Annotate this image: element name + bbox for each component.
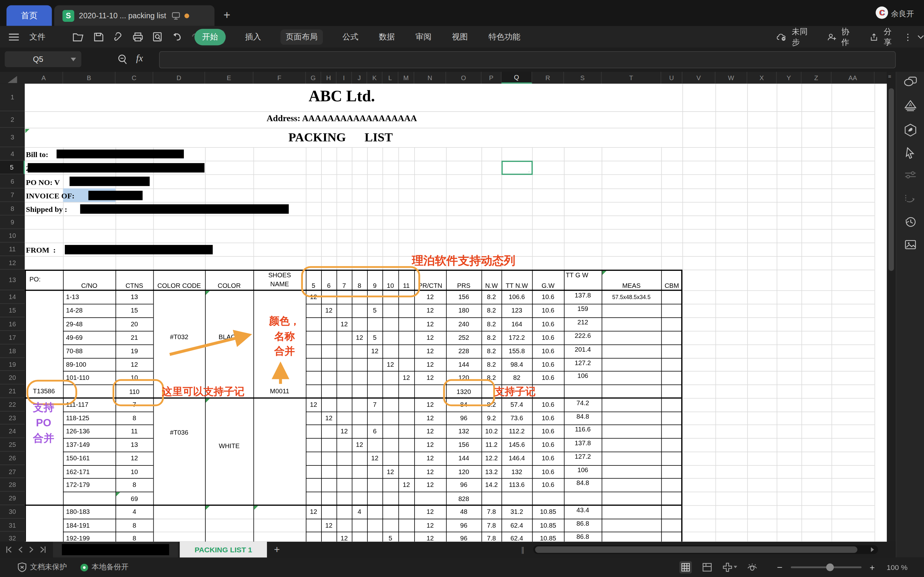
cell-S24[interactable]: 116.6 bbox=[564, 426, 602, 433]
column-header-Q[interactable]: Q bbox=[501, 72, 532, 84]
sync-status[interactable]: 未同步 bbox=[790, 24, 813, 50]
cell-O29[interactable]: 828 bbox=[446, 495, 481, 502]
cell-R30[interactable]: 10.85 bbox=[532, 508, 564, 515]
row-header-22[interactable]: 22 bbox=[0, 398, 25, 412]
format-painter-icon[interactable] bbox=[113, 32, 123, 42]
column-header-H[interactable]: H bbox=[321, 72, 336, 84]
cell-O18[interactable]: 228 bbox=[446, 348, 481, 355]
column-header-X[interactable]: X bbox=[747, 72, 777, 84]
image-icon[interactable] bbox=[905, 240, 916, 250]
cell-P19[interactable]: 8.2 bbox=[481, 361, 501, 368]
add-sheet-button[interactable]: + bbox=[274, 544, 280, 556]
collaborate-button[interactable]: 协作 bbox=[840, 24, 856, 50]
cell-S14[interactable]: 137.8 bbox=[564, 292, 602, 298]
column-header-N[interactable]: N bbox=[414, 72, 446, 84]
tab-review[interactable]: 审阅 bbox=[414, 29, 433, 45]
row-header-11[interactable]: 11 bbox=[0, 243, 25, 256]
cell-S15[interactable]: 159 bbox=[564, 305, 602, 312]
cell-R14[interactable]: 10.6 bbox=[532, 293, 564, 300]
column-header-Z[interactable]: Z bbox=[801, 72, 832, 84]
cell-Q18[interactable]: 155.8 bbox=[501, 348, 532, 355]
cell-N16[interactable]: 12 bbox=[414, 320, 446, 327]
row-header-15[interactable]: 15 bbox=[0, 304, 25, 318]
cell-P14[interactable]: 8.2 bbox=[481, 293, 501, 300]
cell-Q20[interactable]: 82 bbox=[501, 374, 532, 381]
tab-special-features[interactable]: 特色功能 bbox=[487, 29, 522, 45]
formula-search-icon[interactable] bbox=[118, 54, 128, 65]
row-header-27[interactable]: 27 bbox=[0, 465, 25, 478]
cell-C27[interactable]: 10 bbox=[115, 468, 153, 475]
cell-O14[interactable]: 156 bbox=[446, 293, 481, 300]
cell-P18[interactable]: 8.2 bbox=[481, 348, 501, 355]
row-header-23[interactable]: 23 bbox=[0, 412, 25, 424]
cursor-select-icon[interactable] bbox=[905, 147, 916, 159]
header-tt-n-w[interactable]: TT N.W bbox=[501, 282, 532, 289]
row-header-29[interactable]: 29 bbox=[0, 492, 25, 505]
cell-R27[interactable]: 10.6 bbox=[532, 468, 564, 475]
tab-formulas[interactable]: 公式 bbox=[341, 29, 359, 45]
row-header-10[interactable]: 10 bbox=[0, 229, 25, 242]
cell-S25[interactable]: 137.8 bbox=[564, 439, 602, 446]
vertical-scrollbar-thumb[interactable] bbox=[889, 89, 894, 271]
header-meas[interactable]: MEAS bbox=[602, 282, 661, 289]
cell-O31[interactable]: 96 bbox=[446, 522, 481, 529]
cell-P31[interactable]: 7.8 bbox=[481, 522, 501, 529]
hamburger-menu-icon[interactable] bbox=[9, 33, 19, 40]
row-header-30[interactable]: 30 bbox=[0, 505, 25, 519]
cell-N31[interactable]: 12 bbox=[414, 522, 446, 529]
cell-C16[interactable]: 20 bbox=[115, 320, 153, 327]
cell-N23[interactable]: 12 bbox=[414, 414, 446, 422]
column-header-D[interactable]: D bbox=[153, 72, 205, 84]
row-header-26[interactable]: 26 bbox=[0, 452, 25, 465]
row-header-7[interactable]: 7 bbox=[0, 189, 25, 202]
cell-Q25[interactable]: 145.6 bbox=[501, 441, 532, 448]
collaborate-icon[interactable] bbox=[827, 32, 836, 41]
custom-view-button[interactable] bbox=[723, 562, 738, 572]
row-header-8[interactable]: 8 bbox=[0, 202, 25, 215]
cell-P26[interactable]: 12.2 bbox=[481, 455, 501, 462]
cell-O32[interactable]: 96 bbox=[446, 535, 481, 542]
column-headers[interactable]: ABCDEFGHIJKLMNOPQRSTUVWXYZAA bbox=[0, 72, 887, 84]
cell-N32[interactable]: 12 bbox=[414, 535, 446, 542]
cell-N27[interactable]: 12 bbox=[414, 468, 446, 475]
row-header-20[interactable]: 20 bbox=[0, 371, 25, 384]
more-options-icon[interactable]: ⋮ bbox=[902, 29, 913, 45]
cell-C24[interactable]: 11 bbox=[115, 427, 153, 434]
cell-B31[interactable]: 184-191 bbox=[66, 522, 90, 529]
cell-S31[interactable]: 86.8 bbox=[564, 520, 602, 527]
cell-C18[interactable]: 19 bbox=[115, 348, 153, 355]
cell-P27[interactable]: 13.2 bbox=[481, 468, 501, 475]
horizontal-scrollbar[interactable] bbox=[533, 545, 878, 554]
eye-protect-button[interactable] bbox=[747, 562, 758, 572]
cell-P24[interactable]: 10.2 bbox=[481, 427, 501, 434]
row-header-9[interactable]: 9 bbox=[0, 215, 25, 229]
scroll-menu-icon[interactable]: ≡ bbox=[888, 74, 891, 79]
cell-R31[interactable]: 10.85 bbox=[532, 522, 564, 529]
cell-C30[interactable]: 4 bbox=[115, 508, 153, 515]
normal-view-button[interactable] bbox=[680, 561, 692, 574]
cell-S28[interactable]: 84.8 bbox=[564, 479, 602, 486]
cell-R24[interactable]: 10.6 bbox=[532, 427, 564, 434]
column-header-F[interactable]: F bbox=[254, 72, 306, 84]
smart-toolbox-icon[interactable]: A bbox=[904, 100, 917, 111]
cell-color-code-2[interactable]: #T036 bbox=[153, 429, 205, 436]
cell-S30[interactable]: 43.4 bbox=[564, 506, 602, 514]
row-headers[interactable]: 1234567891011121314151617181920212223242… bbox=[0, 84, 25, 542]
new-document-tab-button[interactable]: + bbox=[219, 8, 234, 22]
cell-C17[interactable]: 21 bbox=[115, 334, 153, 341]
row-header-28[interactable]: 28 bbox=[0, 478, 25, 492]
cell-C26[interactable]: 12 bbox=[115, 455, 153, 462]
column-header-E[interactable]: E bbox=[205, 72, 254, 84]
header-color[interactable]: COLOR bbox=[205, 282, 254, 289]
cell-N30[interactable]: 12 bbox=[414, 508, 446, 515]
zoom-slider-thumb[interactable] bbox=[826, 564, 834, 571]
cell-P17[interactable]: 8.2 bbox=[481, 334, 501, 341]
zoom-in-button[interactable]: + bbox=[870, 562, 875, 572]
cell-C14[interactable]: 13 bbox=[115, 293, 153, 300]
cell-O15[interactable]: 180 bbox=[446, 307, 481, 314]
cell-Q31[interactable]: 62.4 bbox=[501, 522, 532, 529]
cell-B23[interactable]: 118-125 bbox=[66, 414, 89, 422]
cell-C25[interactable]: 13 bbox=[115, 441, 153, 448]
cell-N25[interactable]: 12 bbox=[414, 441, 446, 448]
cell-B18[interactable]: 70-88 bbox=[66, 348, 83, 355]
